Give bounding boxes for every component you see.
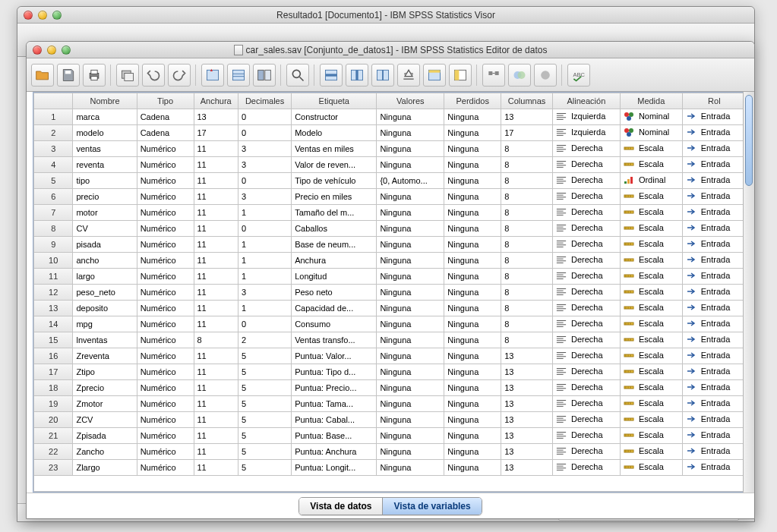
cell-valores[interactable]: Ninguna bbox=[377, 301, 444, 316]
cell-valores[interactable]: {0, Automo... bbox=[377, 173, 444, 189]
variable-row[interactable]: 4reventaNumérico113Valor de reven...Ning… bbox=[34, 157, 747, 173]
cell-alineacion[interactable]: Izquierda bbox=[553, 109, 621, 125]
cell-perdidos[interactable]: Ninguna bbox=[444, 460, 501, 476]
cell-medida[interactable]: Nominal bbox=[621, 125, 683, 141]
cell-decimales[interactable]: 2 bbox=[238, 332, 292, 348]
minimize-icon[interactable] bbox=[47, 46, 56, 55]
cell-decimales[interactable]: 5 bbox=[238, 428, 292, 444]
cell-tipo[interactable]: Numérico bbox=[137, 396, 194, 412]
variable-row[interactable]: 20ZCVNumérico115Puntua: Cabal...NingunaN… bbox=[34, 412, 747, 428]
cell-anchura[interactable]: 11 bbox=[194, 157, 238, 173]
cell-alineacion[interactable]: Derecha bbox=[553, 301, 621, 316]
cell-etiqueta[interactable]: Ventas en miles bbox=[292, 141, 377, 157]
variable-row[interactable]: 9pisadaNumérico111Base de neum...Ninguna… bbox=[34, 237, 747, 253]
cell-nombre[interactable]: mpg bbox=[73, 316, 137, 332]
cell-perdidos[interactable]: Ninguna bbox=[444, 221, 501, 237]
cell-etiqueta[interactable]: Constructor bbox=[292, 109, 377, 125]
cell-perdidos[interactable]: Ninguna bbox=[444, 412, 501, 428]
variable-row[interactable]: 16ZreventaNumérico115Puntua: Valor...Nin… bbox=[34, 348, 747, 364]
cell-medida[interactable]: Escala bbox=[621, 460, 683, 476]
tab-variable-view[interactable]: Vista de variables bbox=[382, 498, 481, 515]
cell-tipo[interactable]: Numérico bbox=[137, 428, 194, 444]
cell-perdidos[interactable]: Ninguna bbox=[444, 237, 501, 253]
cell-nombre[interactable]: ventas bbox=[73, 141, 137, 157]
cell-tipo[interactable]: Cadena bbox=[137, 109, 194, 125]
cell-valores[interactable]: Ninguna bbox=[377, 253, 444, 269]
cell-rol[interactable]: Entrada bbox=[683, 316, 747, 332]
variable-row[interactable]: 14mpgNumérico110ConsumoNingunaNinguna8 D… bbox=[34, 316, 747, 332]
cell-etiqueta[interactable]: Anchura bbox=[292, 253, 377, 269]
cell-anchura[interactable]: 8 bbox=[194, 332, 238, 348]
cell-decimales[interactable]: 3 bbox=[238, 157, 292, 173]
cell-columnas[interactable]: 8 bbox=[501, 221, 553, 237]
cell-alineacion[interactable]: Derecha bbox=[553, 412, 621, 428]
cell-decimales[interactable]: 3 bbox=[238, 189, 292, 205]
cell-anchura[interactable]: 11 bbox=[194, 253, 238, 269]
cell-decimales[interactable]: 5 bbox=[238, 364, 292, 380]
cell-etiqueta[interactable]: Precio en miles bbox=[292, 189, 377, 205]
cell-anchura[interactable]: 11 bbox=[194, 364, 238, 380]
variable-row[interactable]: 7motorNumérico111Tamaño del m...NingunaN… bbox=[34, 205, 747, 221]
cell-nombre[interactable]: marca bbox=[73, 109, 137, 125]
row-number[interactable]: 20 bbox=[34, 412, 73, 428]
cell-columnas[interactable]: 13 bbox=[501, 364, 553, 380]
cell-columnas[interactable]: 13 bbox=[501, 444, 553, 460]
cell-columnas[interactable]: 8 bbox=[501, 157, 553, 173]
cell-alineacion[interactable]: Derecha bbox=[553, 173, 621, 189]
row-number[interactable]: 3 bbox=[34, 141, 73, 157]
column-header[interactable]: Columnas bbox=[501, 93, 553, 109]
cell-anchura[interactable]: 11 bbox=[194, 285, 238, 301]
cell-decimales[interactable]: 5 bbox=[238, 348, 292, 364]
cell-decimales[interactable]: 0 bbox=[238, 109, 292, 125]
cell-medida[interactable]: Escala bbox=[621, 269, 683, 285]
cell-etiqueta[interactable]: Puntua: Anchura bbox=[292, 444, 377, 460]
cell-anchura[interactable]: 11 bbox=[194, 237, 238, 253]
cell-tipo[interactable]: Numérico bbox=[137, 316, 194, 332]
cell-alineacion[interactable]: Derecha bbox=[553, 285, 621, 301]
cell-perdidos[interactable]: Ninguna bbox=[444, 125, 501, 141]
insert-cases-button[interactable] bbox=[320, 64, 343, 87]
cell-alineacion[interactable]: Derecha bbox=[553, 253, 621, 269]
cell-rol[interactable]: Entrada bbox=[683, 444, 747, 460]
cell-medida[interactable]: Escala bbox=[621, 253, 683, 269]
cell-alineacion[interactable]: Derecha bbox=[553, 189, 621, 205]
row-number[interactable]: 23 bbox=[34, 460, 73, 476]
cell-columnas[interactable]: 13 bbox=[501, 428, 553, 444]
row-number[interactable]: 10 bbox=[34, 253, 73, 269]
cell-etiqueta[interactable]: Puntua: Tipo d... bbox=[292, 364, 377, 380]
cell-decimales[interactable]: 5 bbox=[238, 444, 292, 460]
cell-valores[interactable]: Ninguna bbox=[377, 316, 444, 332]
cell-perdidos[interactable]: Ninguna bbox=[444, 141, 501, 157]
cell-tipo[interactable]: Numérico bbox=[137, 301, 194, 316]
zoom-icon[interactable] bbox=[62, 46, 71, 55]
row-number[interactable]: 1 bbox=[34, 109, 73, 125]
cell-nombre[interactable]: tipo bbox=[73, 173, 137, 189]
cell-valores[interactable]: Ninguna bbox=[377, 157, 444, 173]
cell-medida[interactable]: Escala bbox=[621, 205, 683, 221]
cell-alineacion[interactable]: Derecha bbox=[553, 364, 621, 380]
cell-valores[interactable]: Ninguna bbox=[377, 205, 444, 221]
cell-tipo[interactable]: Numérico bbox=[137, 364, 194, 380]
scroll-thumb[interactable] bbox=[745, 95, 753, 186]
cell-perdidos[interactable]: Ninguna bbox=[444, 205, 501, 221]
cell-decimales[interactable]: 0 bbox=[238, 221, 292, 237]
cell-rol[interactable]: Entrada bbox=[683, 253, 747, 269]
cell-columnas[interactable]: 13 bbox=[501, 109, 553, 125]
cell-medida[interactable]: Escala bbox=[621, 189, 683, 205]
variable-row[interactable]: 11largoNumérico111LongitudNingunaNinguna… bbox=[34, 269, 747, 285]
cell-medida[interactable]: Nominal bbox=[621, 109, 683, 125]
cell-valores[interactable]: Ninguna bbox=[377, 285, 444, 301]
cell-etiqueta[interactable]: Modelo bbox=[292, 125, 377, 141]
cell-etiqueta[interactable]: Puntua: Valor... bbox=[292, 348, 377, 364]
cell-nombre[interactable]: deposito bbox=[73, 301, 137, 316]
cell-rol[interactable]: Entrada bbox=[683, 285, 747, 301]
cell-rol[interactable]: Entrada bbox=[683, 189, 747, 205]
cell-perdidos[interactable]: Ninguna bbox=[444, 285, 501, 301]
tab-data-view[interactable]: Vista de datos bbox=[299, 498, 382, 515]
cell-alineacion[interactable]: Derecha bbox=[553, 237, 621, 253]
cell-perdidos[interactable]: Ninguna bbox=[444, 428, 501, 444]
cell-anchura[interactable]: 11 bbox=[194, 205, 238, 221]
cell-etiqueta[interactable]: Puntua: Tama... bbox=[292, 396, 377, 412]
cell-nombre[interactable]: reventa bbox=[73, 157, 137, 173]
cell-anchura[interactable]: 11 bbox=[194, 444, 238, 460]
